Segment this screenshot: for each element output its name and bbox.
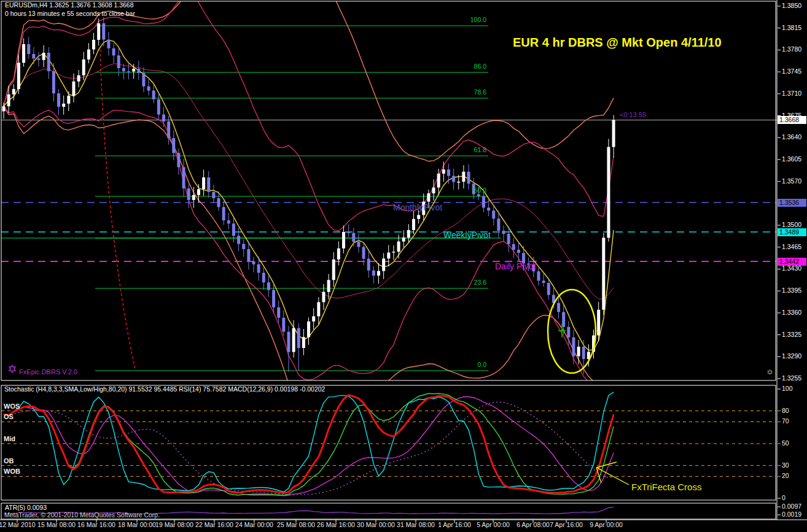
candle-body (177, 153, 180, 167)
candle-body (507, 234, 510, 244)
copyright-text: MetaTrader, © 2001-2010 MetaQuotes Softw… (4, 512, 160, 519)
candle-body (342, 232, 345, 249)
candle-body (142, 73, 145, 87)
highlight-ellipse (548, 290, 596, 373)
candle-body (292, 328, 295, 352)
candle-body (567, 327, 570, 337)
candle-body (382, 258, 385, 271)
time-axis[interactable] (0, 520, 807, 532)
candle-body (357, 242, 360, 247)
candle-body (427, 193, 430, 202)
candle-body (452, 176, 455, 182)
candle-body (407, 230, 410, 237)
candle-body (47, 53, 50, 71)
candle-body (572, 337, 575, 357)
candle-body (482, 196, 485, 208)
candle-body (87, 50, 90, 60)
candle-body (227, 220, 230, 223)
stoch-level-label-WOB: WOB (4, 468, 20, 475)
candle-body (612, 120, 615, 147)
candle-body (62, 104, 65, 107)
candle-body (577, 347, 580, 357)
candle-body (317, 302, 320, 316)
candle-body (412, 219, 415, 230)
mt4-chart-window: EURUSDm,H4 1.3625 1.3676 1.3608 1.3668 0… (0, 0, 807, 532)
candle-body (102, 23, 105, 39)
candle-body (207, 177, 210, 192)
stoch-level-label-WOS: WOS (4, 403, 20, 410)
candle-body (297, 328, 300, 348)
price-axis[interactable] (778, 0, 807, 520)
stoch-cyan-line (4, 392, 614, 492)
candle-body (467, 172, 470, 184)
monthly-pivot-label: MonthlyPivot (393, 203, 442, 212)
candle-body (37, 58, 40, 60)
candle-body (302, 337, 305, 348)
candle-body (267, 282, 270, 290)
candle-body (417, 215, 420, 218)
fxepic-star-icon: ✡ (7, 363, 17, 376)
stochastic-header: Stochastic (H4,8,3,3,SMA,Low/High,80,20)… (4, 386, 325, 393)
candle-body (242, 244, 245, 249)
candle-body (137, 69, 140, 73)
candle-body (107, 40, 110, 48)
candle-body (237, 236, 240, 244)
candle-body (352, 233, 355, 242)
candle-body (377, 271, 380, 276)
candle-body (172, 138, 175, 153)
candle-body (457, 182, 460, 183)
candle-body (437, 174, 440, 188)
candle-body (72, 82, 75, 96)
fib-label-78.6: 78.6 (454, 89, 486, 96)
candle-body (77, 75, 80, 82)
candle-body (562, 312, 565, 327)
fib-label-86.0: 86.0 (454, 63, 486, 71)
candle-body (247, 249, 250, 261)
candle-body (67, 96, 70, 104)
stoch-level-label-OS: OS (4, 413, 14, 420)
candle-body (397, 242, 400, 252)
candle-body (602, 237, 605, 309)
moving-average-line (4, 40, 614, 350)
fxtrifecta-cross-label: FxTriFecta Cross (631, 482, 701, 493)
candle-body (542, 280, 545, 283)
candle-body (112, 48, 115, 56)
candle-body (442, 169, 445, 174)
candle-body (222, 207, 225, 220)
candle-body (7, 94, 10, 106)
candle-body (557, 303, 560, 312)
daily-pivot-label: Daily Pivot (495, 262, 536, 271)
stoch-green-line (4, 393, 614, 495)
candle-body (187, 188, 190, 200)
candle-body (462, 172, 465, 182)
candle-body (17, 63, 20, 89)
candle-body (597, 310, 600, 336)
fib-label-50.0: 50.0 (454, 187, 486, 195)
candle-body (232, 223, 235, 236)
candle-body (92, 40, 95, 50)
fxepic-watermark: FxEpic DBRS V.2.0 (19, 368, 77, 376)
candle-body (327, 280, 330, 291)
fib-label-23.6: 23.6 (454, 279, 486, 287)
candle-body (322, 292, 325, 303)
candle-body (502, 231, 505, 234)
candle-body (337, 249, 340, 260)
candle-body (287, 332, 290, 352)
candle-body (202, 177, 205, 189)
candle-body (432, 187, 435, 193)
chart-canvas[interactable] (0, 0, 807, 532)
candle-body (52, 71, 55, 93)
candle-body (22, 44, 25, 63)
candle-body (167, 121, 170, 138)
red-dashed-marker-line (100, 49, 135, 369)
candle-body (182, 167, 185, 188)
candle-body (372, 271, 375, 276)
candle-body (392, 252, 395, 253)
candle-body (157, 99, 160, 115)
atr-header: ATR(5) 0.0093 (5, 504, 47, 512)
stoch-level-label-OB: OB (4, 457, 14, 465)
candle-body (117, 55, 120, 68)
price-countdown-label: <0:13:55 (620, 111, 646, 118)
candle-body (537, 271, 540, 280)
candle-body (477, 195, 480, 196)
